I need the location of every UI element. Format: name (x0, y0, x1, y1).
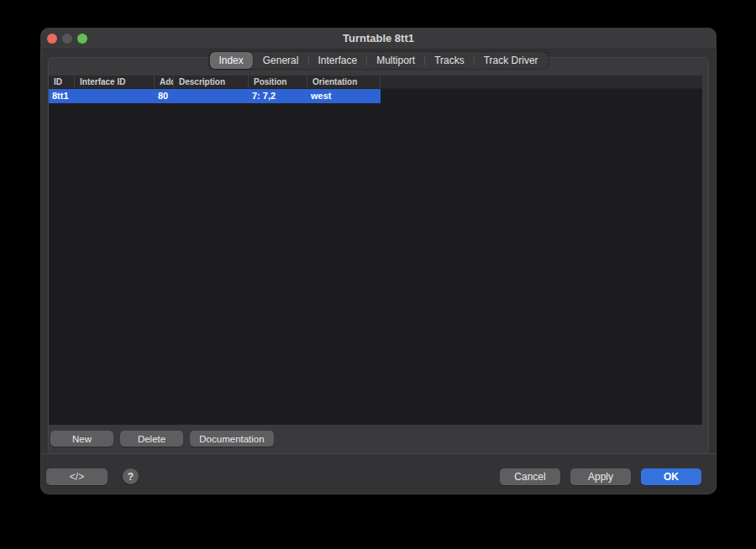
traffic-lights (47, 34, 87, 44)
zoom-button[interactable] (77, 34, 87, 44)
table-header: ID Interface ID Add Description Position… (49, 76, 702, 89)
column-header-orientation[interactable]: Orientation (307, 76, 381, 88)
footer-bar: </> ? Cancel Apply OK (40, 468, 717, 485)
column-header-description[interactable]: Description (174, 76, 249, 88)
cell-id: 8tt1 (49, 89, 75, 103)
tab-multiport[interactable]: Multiport (367, 52, 424, 69)
column-header-position[interactable]: Position (249, 76, 307, 88)
dialog-action-buttons: Cancel Apply OK (500, 468, 701, 485)
column-header-interface-id[interactable]: Interface ID (75, 76, 155, 88)
list-action-buttons: New Delete Documentation (50, 431, 274, 447)
tab-interface[interactable]: Interface (308, 52, 366, 69)
cell-add: 80 (155, 89, 174, 103)
tab-track-driver[interactable]: Track Driver (475, 52, 548, 69)
delete-button[interactable]: Delete (120, 431, 183, 447)
minimize-button (62, 34, 72, 44)
column-header-id[interactable]: ID (49, 76, 75, 88)
turntable-index-table[interactable]: ID Interface ID Add Description Position… (49, 76, 702, 425)
cell-interface-id (75, 89, 155, 103)
tab-tracks[interactable]: Tracks (425, 52, 474, 69)
column-header-filler (381, 76, 702, 88)
documentation-button[interactable]: Documentation (190, 431, 274, 447)
close-button[interactable] (47, 34, 57, 44)
help-button[interactable]: ? (123, 468, 139, 484)
cell-description (174, 89, 249, 103)
tab-index[interactable]: Index (209, 52, 252, 69)
column-header-add[interactable]: Add (155, 76, 174, 88)
cell-orientation: west (307, 89, 381, 103)
tab-general[interactable]: General (254, 52, 308, 69)
tab-bar: Index General Interface Multiport Tracks… (208, 52, 548, 69)
apply-button[interactable]: Apply (570, 468, 631, 485)
new-button[interactable]: New (50, 431, 113, 447)
window-title: Turntable 8tt1 (40, 28, 717, 50)
cancel-button[interactable]: Cancel (500, 468, 560, 485)
cell-position: 7: 7,2 (249, 89, 307, 103)
footer-divider (40, 453, 717, 454)
titlebar[interactable]: Turntable 8tt1 (40, 28, 717, 50)
code-button[interactable]: </> (46, 468, 108, 485)
turntable-dialog-window: Turntable 8tt1 Index General Interface M… (40, 28, 717, 494)
table-row[interactable]: 8tt1 80 7: 7,2 west (49, 89, 381, 103)
ok-button[interactable]: OK (641, 468, 701, 485)
